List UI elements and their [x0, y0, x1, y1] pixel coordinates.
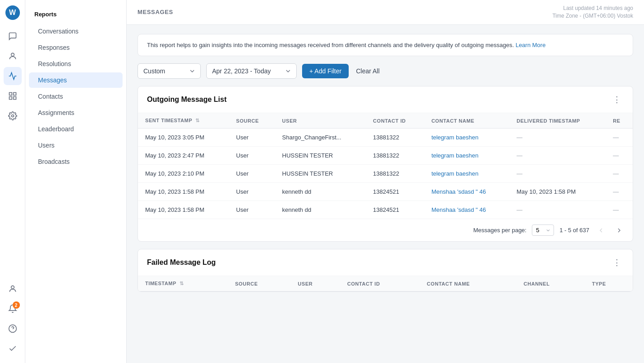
cell-contact-id: 13824521 — [366, 201, 424, 219]
contact-name-link[interactable]: Menshaa 'sdasd " 46 — [431, 188, 486, 195]
col-contact-id: CONTACT ID — [340, 276, 420, 291]
settings-nav-icon[interactable] — [4, 107, 22, 125]
sidebar-item-messages[interactable]: Messages — [29, 72, 123, 88]
sidebar-item-responses[interactable]: Responses — [29, 40, 123, 55]
col-re: RE — [606, 113, 633, 129]
cell-contact-name[interactable]: telegram baeshen — [424, 165, 509, 183]
cell-re: — — [606, 165, 633, 183]
failed-message-card: Failed Message Log ⋮ TIMESTAMP ⇅ SOURCE … — [137, 249, 633, 292]
contact-name-link[interactable]: Menshaa 'sdasd " 46 — [431, 206, 486, 213]
outgoing-card-title: Outgoing Message List — [147, 96, 227, 104]
table-row: May 10, 2023 1:58 PM User kenneth dd 138… — [138, 201, 633, 219]
sidebar-item-conversations[interactable]: Conversations — [29, 24, 123, 39]
cell-source: User — [229, 183, 275, 201]
description-bar: This report helps to gain insights into … — [137, 34, 633, 57]
sidebar-item-users[interactable]: Users — [29, 138, 123, 153]
assignments-nav-icon[interactable] — [4, 87, 22, 105]
col-user: USER — [291, 276, 340, 291]
contact-name-link[interactable]: telegram baeshen — [431, 152, 478, 159]
cell-re: — — [606, 183, 633, 201]
table-row: May 10, 2023 1:58 PM User kenneth dd 138… — [138, 183, 633, 201]
description-text: This report helps to gain insights into … — [147, 42, 514, 48]
svg-rect-2 — [13, 93, 16, 96]
contact-name-link[interactable]: telegram baeshen — [431, 134, 478, 141]
col-delivered-timestamp: DELIVERED TIMESTAMP — [509, 113, 606, 129]
sidebar-item-resolutions[interactable]: Resolutions — [29, 56, 123, 72]
cell-user: kenneth dd — [275, 201, 366, 219]
cell-sent-timestamp: May 10, 2023 2:10 PM — [138, 165, 229, 183]
cell-contact-name[interactable]: Menshaa 'sdasd " 46 — [424, 183, 509, 201]
outgoing-pagination: Messages per page: 5 10 25 1 - 5 of 637 — [138, 219, 633, 241]
sidebar-item-leaderboard[interactable]: Leaderboard — [29, 121, 123, 137]
per-page-select[interactable]: 5 10 25 — [532, 224, 554, 236]
cell-contact-id: 13824521 — [366, 183, 424, 201]
svg-rect-3 — [9, 97, 12, 100]
cell-user: kenneth dd — [275, 183, 366, 201]
svg-point-0 — [11, 53, 14, 56]
contact-name-link[interactable]: telegram baeshen — [431, 170, 478, 177]
col-channel: CHANNEL — [516, 276, 585, 291]
failed-table: TIMESTAMP ⇅ SOURCE USER CONTACT ID CONTA… — [138, 276, 633, 291]
clear-all-button[interactable]: Clear All — [354, 64, 381, 78]
failed-card-title: Failed Message Log — [147, 258, 216, 267]
next-page-button[interactable] — [613, 225, 625, 236]
nav-sidebar: Reports Conversations Responses Resoluti… — [25, 0, 127, 363]
help-icon[interactable] — [4, 320, 22, 338]
outgoing-card-header: Outgoing Message List ⋮ — [138, 86, 633, 113]
col-contact-id: CONTACT ID — [366, 113, 424, 129]
main-content: MESSAGES Last updated 14 minutes ago Tim… — [127, 0, 644, 363]
cell-user: HUSSEIN TESTER — [275, 147, 366, 165]
cell-contact-id: 13881322 — [366, 129, 424, 147]
svg-rect-4 — [13, 97, 16, 100]
col-contact-name: CONTACT NAME — [424, 113, 509, 129]
cell-source: User — [229, 129, 275, 147]
sort-icon: ⇅ — [180, 281, 184, 286]
contacts-nav-icon[interactable] — [4, 47, 22, 65]
conversations-nav-icon[interactable] — [4, 27, 22, 45]
cell-delivered-timestamp: May 10, 2023 1:58 PM — [509, 183, 606, 201]
cell-delivered-timestamp: — — [509, 165, 606, 183]
col-timestamp: TIMESTAMP ⇅ — [138, 276, 228, 291]
cell-source: User — [229, 201, 275, 219]
failed-card-menu-button[interactable]: ⋮ — [610, 257, 624, 268]
checkmark-icon[interactable] — [4, 339, 22, 358]
sort-icon: ⇅ — [195, 118, 200, 123]
outgoing-message-card: Outgoing Message List ⋮ SENT TIMESTAMP ⇅… — [137, 86, 633, 242]
cell-source: User — [229, 147, 275, 165]
cell-re: — — [606, 129, 633, 147]
notification-icon[interactable]: 2 — [4, 300, 22, 318]
outgoing-table-header-row: SENT TIMESTAMP ⇅ SOURCE USER CONTACT ID … — [138, 113, 633, 129]
filter-type-select[interactable]: Custom Last 7 days Last 30 days Last 3 m… — [137, 63, 201, 79]
cell-sent-timestamp: May 10, 2023 2:47 PM — [138, 147, 229, 165]
col-sent-timestamp: SENT TIMESTAMP ⇅ — [138, 113, 229, 129]
icon-sidebar: W 2 — [0, 0, 25, 363]
sidebar-item-assignments[interactable]: Assignments — [29, 105, 123, 120]
cell-contact-name[interactable]: Menshaa 'sdasd " 46 — [424, 201, 509, 219]
cell-re: — — [606, 201, 633, 219]
cell-delivered-timestamp: — — [509, 147, 606, 165]
prev-page-button[interactable] — [595, 225, 607, 236]
col-type: TYPE — [585, 276, 633, 291]
cell-contact-name[interactable]: telegram baeshen — [424, 129, 509, 147]
cell-contact-id: 13881322 — [366, 165, 424, 183]
cell-sent-timestamp: May 10, 2023 1:58 PM — [138, 201, 229, 219]
learn-more-link[interactable]: Learn More — [516, 42, 545, 48]
sidebar-item-broadcasts[interactable]: Broadcasts — [29, 154, 123, 169]
reports-nav-icon[interactable] — [4, 67, 22, 85]
outgoing-card-menu-button[interactable]: ⋮ — [610, 94, 624, 105]
cell-delivered-timestamp: — — [509, 129, 606, 147]
cell-sent-timestamp: May 10, 2023 3:05 PM — [138, 129, 229, 147]
svg-rect-1 — [9, 93, 12, 96]
cell-re: — — [606, 147, 633, 165]
last-updated: Last updated 14 minutes ago Time Zone - … — [552, 5, 633, 20]
add-filter-button[interactable]: + Add Filter — [302, 64, 349, 78]
user-avatar-icon[interactable] — [4, 280, 22, 298]
filter-date-select[interactable]: Apr 22, 2023 - Today — [206, 63, 297, 79]
content-area: This report helps to gain insights into … — [127, 25, 644, 363]
cell-contact-name[interactable]: telegram baeshen — [424, 147, 509, 165]
col-source: SOURCE — [229, 113, 275, 129]
cell-source: User — [229, 165, 275, 183]
page-title: MESSAGES — [137, 9, 173, 15]
sidebar-item-contacts[interactable]: Contacts — [29, 89, 123, 104]
table-row: May 10, 2023 3:05 PM User Shargo_ChangeF… — [138, 129, 633, 147]
